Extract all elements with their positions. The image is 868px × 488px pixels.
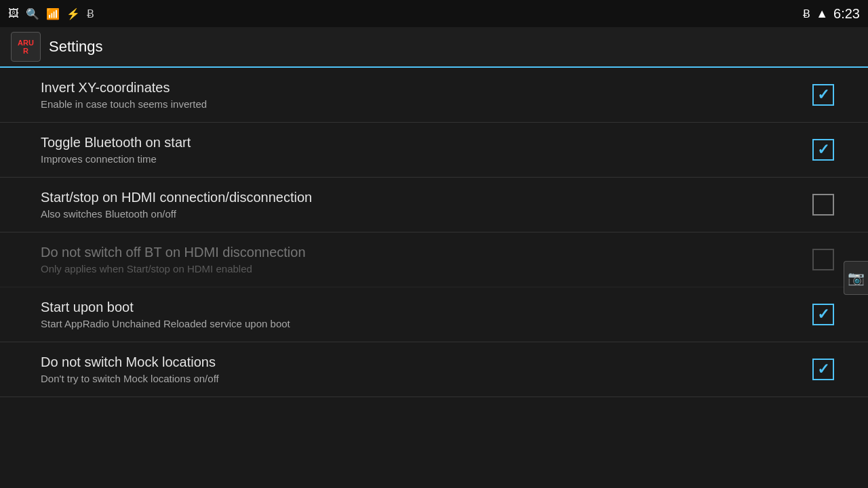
- setting-item-no-bt-disconnect[interactable]: Do not switch off BT on HDMI disconnecti…: [0, 232, 868, 287]
- content-area: Invert XY-coordinatesEnable in case touc…: [0, 68, 868, 488]
- app-logo-text: ARUR: [18, 39, 34, 55]
- setting-subtitle-toggle-bluetooth: Improves connection time: [41, 153, 812, 165]
- setting-subtitle-start-on-boot: Start AppRadio Unchained Reloaded servic…: [41, 318, 812, 329]
- setting-title-invert-xy: Invert XY-coordinates: [41, 80, 812, 96]
- wifi-icon: ▲: [816, 7, 828, 21]
- setting-title-toggle-bluetooth: Toggle Bluetooth on start: [41, 135, 812, 150]
- bluetooth-icon: Ƀ: [803, 7, 810, 20]
- setting-item-no-mock-locations[interactable]: Do not switch Mock locationsDon't try to…: [0, 342, 868, 397]
- checkbox-no-mock-locations[interactable]: [812, 359, 834, 380]
- app-logo: ARUR: [11, 32, 41, 62]
- checkbox-toggle-bluetooth[interactable]: [812, 139, 834, 161]
- setting-subtitle-invert-xy: Enable in case touch seems inverted: [41, 98, 812, 110]
- checkbox-invert-xy[interactable]: [812, 84, 834, 106]
- setting-title-no-bt-disconnect: Do not switch off BT on HDMI disconnecti…: [41, 245, 812, 260]
- setting-item-start-on-boot[interactable]: Start upon bootStart AppRadio Unchained …: [0, 287, 868, 342]
- camera-side-button[interactable]: 📷: [844, 261, 868, 295]
- setting-item-invert-xy[interactable]: Invert XY-coordinatesEnable in case touc…: [0, 68, 868, 123]
- status-bar-right: Ƀ ▲ 6:23: [803, 6, 860, 22]
- setting-subtitle-no-mock-locations: Don't try to switch Mock locations on/of…: [41, 373, 812, 384]
- setting-title-no-mock-locations: Do not switch Mock locations: [41, 354, 812, 370]
- photo-icon: 🖼: [8, 7, 19, 20]
- usb-icon: ⚡: [66, 7, 80, 20]
- setting-subtitle-hdmi-connection: Also switches Bluetooth on/off: [41, 208, 812, 220]
- search-icon: 🔍: [26, 7, 39, 20]
- setting-title-hdmi-connection: Start/stop on HDMI connection/disconnect…: [41, 190, 812, 205]
- status-bar-left: 🖼 🔍 📶 ⚡ Ƀ: [8, 7, 94, 20]
- status-bar: 🖼 🔍 📶 ⚡ Ƀ Ƀ ▲ 6:23: [0, 0, 868, 27]
- settings-list: Invert XY-coordinatesEnable in case touc…: [0, 68, 868, 397]
- checkbox-hdmi-connection[interactable]: [812, 194, 834, 216]
- wifi-status-icon: 📶: [46, 7, 60, 20]
- bluetooth-status-icon: Ƀ: [87, 7, 94, 20]
- setting-item-hdmi-connection[interactable]: Start/stop on HDMI connection/disconnect…: [0, 178, 868, 232]
- setting-title-start-on-boot: Start upon boot: [41, 300, 812, 315]
- clock: 6:23: [833, 6, 860, 22]
- checkbox-start-on-boot[interactable]: [812, 304, 834, 325]
- setting-item-toggle-bluetooth[interactable]: Toggle Bluetooth on startImproves connec…: [0, 123, 868, 178]
- title-bar: ARUR Settings: [0, 27, 868, 68]
- setting-subtitle-no-bt-disconnect: Only applies when Start/stop on HDMI ena…: [41, 263, 812, 274]
- checkbox-no-bt-disconnect[interactable]: [812, 249, 834, 270]
- app-title: Settings: [49, 38, 103, 56]
